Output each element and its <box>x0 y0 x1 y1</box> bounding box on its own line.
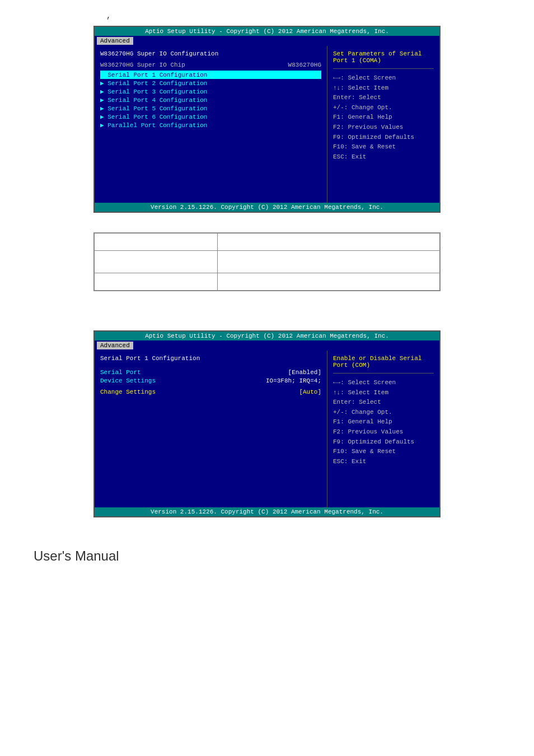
bios1-tab-bar: Advanced <box>95 36 439 46</box>
bios2-serial-port-label: Serial Port <box>100 369 141 376</box>
bios1-title: Aptio Setup Utility - Copyright (C) 2012… <box>95 27 439 36</box>
bios1-left-panel: W836270HG Super IO Configuration W836270… <box>95 46 327 203</box>
bios1-body: W836270HG Super IO Configuration W836270… <box>95 46 439 203</box>
bios2-body: Serial Port 1 Configuration Serial Port … <box>95 351 439 507</box>
bios1-chip-value: W836270HG <box>288 62 321 68</box>
bios2-change-settings-value[interactable]: [Auto] <box>299 389 321 395</box>
bios1-right-panel: Set Parameters of Serial Port 1 (COMA) ←… <box>327 46 439 203</box>
bios2-tab-advanced[interactable]: Advanced <box>97 342 133 349</box>
bios2-left-panel: Serial Port 1 Configuration Serial Port … <box>95 351 327 507</box>
bios1-chip-row: W836270HG Super IO Chip W836270HG <box>100 62 321 68</box>
bios2-key-2: Enter: Select <box>333 398 434 408</box>
bios1-key-0: ←→: Select Screen <box>333 73 434 83</box>
bios2-divider <box>333 373 434 374</box>
bios2-key-7: F10: Save & Reset <box>333 447 434 457</box>
table-cell-1-left <box>95 251 218 273</box>
bios2-right-help: Enable or Disable Serial Port (COM) <box>333 355 434 368</box>
bios2-key-0: ←→: Select Screen <box>333 378 434 388</box>
table-cell-1-right <box>218 251 440 273</box>
bios1-key-4: F1: General Help <box>333 113 434 123</box>
bios2-device-settings-row: Device Settings IO=3F8h; IRQ=4; <box>100 377 321 384</box>
bios2-key-5: F2: Previous Values <box>333 427 434 437</box>
bios1-tab-advanced[interactable]: Advanced <box>97 37 133 45</box>
bios2-key-3: +/-: Change Opt. <box>333 408 434 418</box>
bios2-change-settings-row: Change Settings [Auto] <box>100 389 321 395</box>
bios2-title: Aptio Setup Utility - Copyright (C) 2012… <box>95 332 439 340</box>
bios1-footer: Version 2.15.1226. Copyright (C) 2012 Am… <box>95 203 439 212</box>
bios1-right-help: Set Parameters of Serial Port 1 (COMA) <box>333 50 434 64</box>
comma-text: , <box>17 11 517 20</box>
bios1-menu-item-4[interactable]: Serial Port 5 Configuration <box>100 104 321 113</box>
bios1-key-3: +/-: Change Opt. <box>333 103 434 113</box>
bios1-divider <box>333 68 434 69</box>
bios2-key-6: F9: Optimized Defaults <box>333 437 434 447</box>
bios-screen-1: Aptio Setup Utility - Copyright (C) 2012… <box>93 26 441 213</box>
bios1-key-8: ESC: Exit <box>333 152 434 162</box>
bios2-key-4: F1: General Help <box>333 417 434 427</box>
table-row <box>95 251 440 273</box>
table-cell-0-right <box>218 234 440 251</box>
bios1-key-7: F10: Save & Reset <box>333 142 434 152</box>
table-cell-0-left <box>95 234 218 251</box>
table-row <box>95 273 440 291</box>
bios1-menu-item-5[interactable]: Serial Port 6 Configuration <box>100 113 321 121</box>
bios1-menu-item-2[interactable]: Serial Port 3 Configuration <box>100 87 321 96</box>
bios2-change-settings-label[interactable]: Change Settings <box>100 389 156 395</box>
bios1-section-title: W836270HG Super IO Configuration <box>100 50 321 57</box>
bios2-tab-bar: Advanced <box>95 340 439 351</box>
bios1-chip-label: W836270HG Super IO Chip <box>100 62 185 68</box>
bios2-right-panel: Enable or Disable Serial Port (COM) ←→: … <box>327 351 439 507</box>
bios1-key-2: Enter: Select <box>333 93 434 103</box>
bios2-key-1: ↑↓: Select Item <box>333 388 434 398</box>
users-manual-label: User's Manual <box>17 548 517 564</box>
bios2-serial-port-value[interactable]: [Enabled] <box>288 369 321 376</box>
bios1-menu-item-3[interactable]: Serial Port 4 Configuration <box>100 96 321 104</box>
bios-screen-2: Aptio Setup Utility - Copyright (C) 2012… <box>93 330 441 517</box>
bios2-device-settings-label: Device Settings <box>100 377 156 384</box>
bios2-serial-port-row: Serial Port [Enabled] <box>100 369 321 376</box>
table-section <box>93 232 441 291</box>
bios1-menu-item-0[interactable]: Serial Port 1 Configuration <box>100 71 321 79</box>
bios2-section-title: Serial Port 1 Configuration <box>100 355 321 362</box>
table-row <box>95 234 440 251</box>
bios1-menu-item-6[interactable]: Parallel Port Configuration <box>100 121 321 129</box>
bios2-device-settings-value: IO=3F8h; IRQ=4; <box>266 377 321 384</box>
table-cell-2-right <box>218 273 440 291</box>
bios1-key-6: F9: Optimized Defaults <box>333 133 434 143</box>
table-cell-2-left <box>95 273 218 291</box>
bios1-menu-item-1[interactable]: Serial Port 2 Configuration <box>100 79 321 87</box>
bios1-key-1: ↑↓: Select Item <box>333 83 434 94</box>
bios2-key-8: ESC: Exit <box>333 457 434 467</box>
bios1-help-text: ←→: Select Screen ↑↓: Select Item Enter:… <box>333 73 434 162</box>
bios2-footer: Version 2.15.1226. Copyright (C) 2012 Am… <box>95 507 439 516</box>
bios2-help-text: ←→: Select Screen ↑↓: Select Item Enter:… <box>333 378 434 466</box>
bios1-key-5: F2: Previous Values <box>333 123 434 133</box>
